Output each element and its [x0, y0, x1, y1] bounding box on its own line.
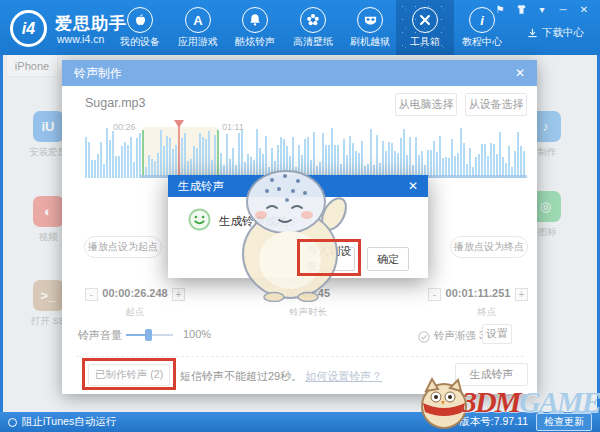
nav-apps-games[interactable]: A 应用游戏: [169, 0, 227, 55]
modal-title: 生成铃声: [178, 179, 224, 194]
window-controls: ⚑ ▾ ─ ✕: [494, 4, 590, 17]
apple-icon: [127, 7, 153, 33]
appstore-icon: A: [185, 7, 211, 33]
bell-icon: [242, 7, 268, 33]
success-message: 生成铃声成功！: [219, 214, 300, 229]
ok-button[interactable]: 确定: [367, 247, 409, 271]
block-itunes-radio[interactable]: [8, 418, 17, 427]
menu-caret-icon[interactable]: ▾: [536, 4, 548, 17]
toolbox-wrench-icon: [412, 7, 438, 33]
nav-label: 刷机越狱: [341, 35, 399, 49]
flower-icon: [300, 7, 326, 33]
skin-theme-icon[interactable]: [515, 4, 527, 17]
nav-label: 酷炫铃声: [226, 35, 284, 49]
top-toolbar: i4 爱思助手 www.i4.cn 我的设备 A 应用游戏 酷炫铃声 高清壁纸: [0, 0, 600, 55]
status-bar: 阻止iTunes自动运行 版本号:7.97.11 检查更新: [0, 412, 600, 432]
feedback-flag-icon[interactable]: ⚑: [494, 4, 506, 17]
nav-label: 工具箱: [396, 35, 454, 49]
info-icon: i: [469, 7, 495, 33]
nav-hd-wallpapers[interactable]: 高清壁纸: [284, 0, 342, 55]
download-icon: [527, 28, 538, 39]
close-window-icon[interactable]: ✕: [578, 4, 590, 17]
success-smiley-icon: [188, 208, 211, 235]
modal-titlebar: 生成铃声 ✕: [168, 175, 428, 197]
nav-label: 高清壁纸: [284, 35, 342, 49]
nav-flash-jailbreak[interactable]: 刷机越狱: [341, 0, 399, 55]
logo-text: i4: [22, 20, 35, 38]
nav-toolbox[interactable]: 工具箱: [396, 0, 454, 55]
check-update-button[interactable]: 检查更新: [536, 413, 592, 431]
jailbreak-mask-icon: [357, 7, 383, 33]
block-itunes-label: 阻止iTunes自动运行: [22, 415, 116, 429]
app-logo: i4: [10, 10, 47, 47]
nav-label: 应用游戏: [169, 35, 227, 49]
statusbar-right: 版本号:7.97.11 检查更新: [459, 413, 592, 431]
nav-my-device[interactable]: 我的设备: [111, 0, 169, 55]
close-icon[interactable]: ✕: [408, 179, 418, 193]
minimize-icon[interactable]: ─: [557, 4, 569, 17]
download-center-label: 下载中心: [542, 26, 584, 40]
nav-cool-ringtones[interactable]: 酷炫铃声: [226, 0, 284, 55]
brand-url: www.i4.cn: [57, 33, 104, 45]
app-window: i4 爱思助手 www.i4.cn 我的设备 A 应用游戏 酷炫铃声 高清壁纸: [0, 0, 600, 432]
import-to-device-button[interactable]: 导入到设备: [306, 247, 355, 271]
nav-label: 我的设备: [111, 35, 169, 49]
version-text: 版本号:7.97.11: [459, 415, 528, 429]
download-center-button[interactable]: 下载中心: [527, 26, 584, 40]
nav-label: 教程中心: [453, 35, 511, 49]
generate-success-modal: 生成铃声 ✕ 生成铃声成功！ 导入到设备 确定: [168, 175, 428, 278]
